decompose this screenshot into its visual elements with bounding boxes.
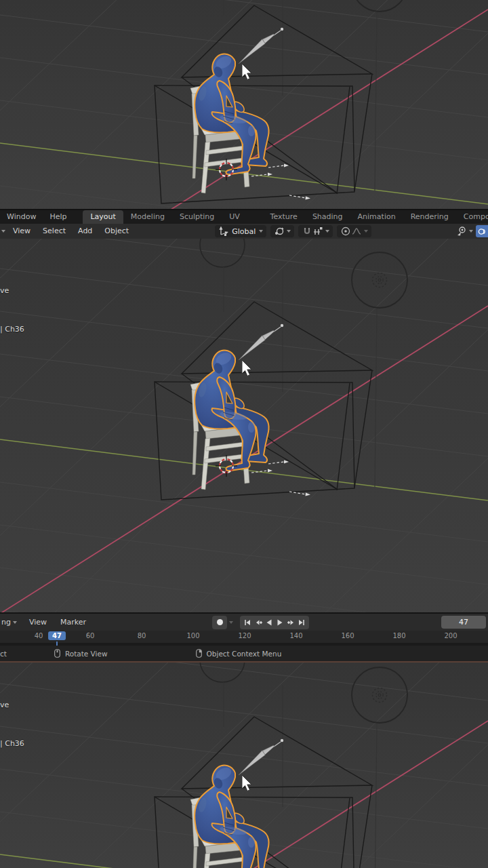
transform-orientation-dropdown[interactable]: Global (215, 225, 266, 237)
workspace-tabs: LayoutModelingSculptingUV EditingTexture… (83, 210, 488, 224)
jump-to-end-button[interactable] (296, 616, 307, 629)
ruler-tick-label: 40 (35, 632, 43, 639)
falloff-curve-icon (351, 226, 362, 237)
ruler-tick-label: 200 (444, 632, 457, 639)
proportional-editing-controls[interactable] (337, 225, 371, 237)
ruler-tick-label: 140 (289, 632, 302, 639)
jump-to-start-button[interactable] (242, 616, 253, 629)
current-frame-field[interactable]: 47 (441, 616, 486, 629)
viewport-main-scene (0, 239, 488, 614)
timeline-menu-item[interactable]: Marker (54, 618, 93, 627)
workspace-tab[interactable]: UV Editing (222, 210, 262, 224)
workspace-tab[interactable]: Compositing (456, 210, 488, 224)
chevron-down-icon (325, 230, 329, 233)
view-name-text: ve (0, 698, 24, 711)
proportional-editing-icon (340, 226, 351, 237)
orientation-label: Global (232, 227, 256, 236)
ruler-tick-label: 120 (238, 632, 251, 639)
ruler-tick-label: 160 (341, 632, 354, 639)
playback-controls (240, 616, 309, 629)
chevron-down-icon (287, 230, 291, 233)
viewport-bottom[interactable]: ve | Ch36 (0, 663, 488, 868)
topbar-menus: WindowHelp (0, 210, 73, 224)
timeline-ruler[interactable]: 406080100120140160180200 47 (0, 631, 488, 643)
gizmo-icon[interactable] (456, 226, 467, 237)
chevron-down-icon (364, 230, 368, 233)
ruler-tick-label: 80 (138, 632, 146, 639)
topbar: WindowHelp LayoutModelingSculptingUV Edi… (0, 210, 488, 224)
viewport-top-scene (0, 0, 488, 209)
play-button[interactable] (274, 616, 285, 629)
transform-orientation-icon (218, 226, 229, 237)
active-object-text: | Ch36 (0, 323, 24, 336)
blender-window: WindowHelp LayoutModelingSculptingUV Edi… (0, 0, 488, 868)
viewport-header: ViewSelectAddObject Global (0, 224, 488, 239)
viewport-menu-item[interactable]: Select (37, 224, 72, 239)
workspace-tab[interactable]: Animation (350, 210, 403, 224)
status-hint-rotate: Rotate View (54, 649, 108, 658)
current-frame-value: 47 (459, 618, 468, 627)
viewport-overlay-text: ve | Ch36 (0, 258, 24, 361)
workspace-tab[interactable]: Sculpting (172, 210, 222, 224)
mouse-right-icon (196, 649, 202, 658)
viewport-bottom-scene (0, 663, 488, 868)
chevron-down-icon (259, 230, 263, 233)
pivot-point-icon (274, 226, 285, 237)
chevron-down-icon[interactable] (229, 621, 233, 624)
mode-dropdown-chevron-icon[interactable] (1, 230, 5, 233)
editor-type-dropdown[interactable]: ng (1, 618, 11, 627)
workspace-tab[interactable]: Layout (83, 210, 123, 224)
viewport-menu-item[interactable]: Add (72, 224, 98, 239)
viewport-main[interactable]: ve | Ch36 (0, 239, 488, 614)
playhead-badge[interactable]: 47 (48, 631, 66, 640)
snap-magnet-icon (302, 226, 312, 237)
prev-keyframe-button[interactable] (253, 616, 264, 629)
play-reverse-button[interactable] (264, 616, 274, 629)
viewport-menu-item[interactable]: Object (98, 224, 135, 239)
chevron-down-icon[interactable] (469, 230, 473, 233)
workspace-tab[interactable]: Texture Paint (263, 210, 305, 224)
ruler-tick-label: 100 (186, 632, 199, 639)
snap-increment-icon (312, 226, 323, 237)
viewport-overlay-text: ve | Ch36 (0, 673, 24, 776)
view-name-text: ve (0, 284, 24, 297)
timeline-menu-item[interactable]: View (22, 618, 54, 627)
chevron-down-icon[interactable] (13, 621, 17, 624)
overlays-icon (478, 227, 487, 236)
topbar-menu-item[interactable]: Help (43, 210, 73, 224)
timeline-header: ng ViewMarker 47 (0, 614, 488, 631)
ruler-tick-label: 180 (392, 632, 405, 639)
topbar-menu-item[interactable]: Window (0, 210, 43, 224)
snap-controls[interactable] (298, 225, 333, 237)
workspace-tab[interactable]: Modeling (123, 210, 172, 224)
active-object-text: | Ch36 (0, 737, 24, 750)
status-left-partial-text: ct (0, 650, 7, 658)
next-keyframe-button[interactable] (285, 616, 296, 629)
timeline-menus: ViewMarker (22, 618, 93, 627)
viewport-menu-item[interactable]: View (7, 224, 37, 239)
status-bar: ct Rotate View Object Context Menu (0, 646, 488, 661)
mouse-middle-icon (54, 649, 60, 658)
auto-keying-button[interactable] (212, 616, 227, 629)
status-hint-context-menu: Object Context Menu (196, 649, 282, 658)
viewport-top[interactable] (0, 0, 488, 209)
ruler-tick-label: 60 (86, 632, 95, 639)
workspace-tab[interactable]: Rendering (403, 210, 456, 224)
status-hint-label: Rotate View (65, 650, 108, 658)
workspace-tab[interactable]: Shading (305, 210, 350, 224)
overlays-toggle-button[interactable] (476, 225, 488, 237)
viewport-menus: ViewSelectAddObject (7, 224, 135, 239)
status-hint-label: Object Context Menu (207, 650, 282, 658)
pivot-point-dropdown[interactable] (270, 225, 294, 237)
record-icon (217, 619, 223, 625)
